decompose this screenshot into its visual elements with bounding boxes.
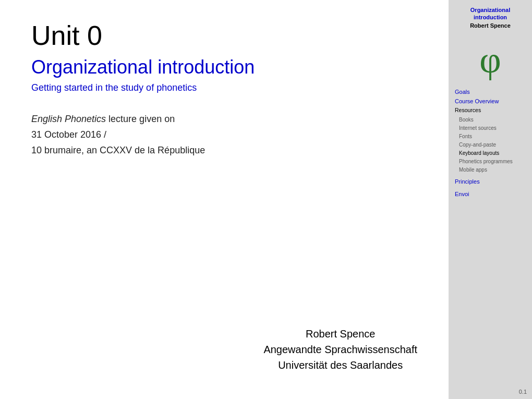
bottom-info: Robert Spence Angewandte Sprachwissensch… [263,326,417,373]
nav-item-envoi[interactable]: Envoi [455,190,526,198]
lecture-line1: English Phonetics lecture given on [31,112,422,127]
nav-item-course-overview[interactable]: Course Overview [455,98,526,105]
nav-sub-item-copy-and-paste[interactable]: Copy-and-paste [459,141,526,148]
nav-item-resources[interactable]: Resources [455,107,526,114]
nav-sub-item-mobile-apps[interactable]: Mobile apps [459,166,526,173]
bottom-uni: Universität des Saarlandes [263,357,417,373]
unit-title: Unit 0 [31,21,422,51]
sidebar-header-title: Organizationalintroduction [455,6,526,21]
nav-sub-item-fonts[interactable]: Fonts [459,133,526,140]
lecture-italic: English Phonetics [31,114,106,124]
nav-item-principles[interactable]: Principles [455,178,526,185]
nav-sub-item-keyboard-layouts[interactable]: Keyboard layouts [459,150,526,156]
sidebar: Organizationalintroduction Robert Spence… [449,0,532,399]
sidebar-header-author: Robert Spence [455,22,526,29]
lecture-info: English Phonetics lecture given on 31 Oc… [31,112,422,158]
lecture-line2: 31 October 2016 / [31,127,422,143]
bottom-dept: Angewandte Sprachwissenschaft [263,342,417,357]
nav-sub-item-books[interactable]: Books [459,116,526,123]
slide-number: 0.1 [519,389,527,395]
nav-sub-item-internet-sources[interactable]: Internet sources [459,125,526,131]
nav-list: Goals Course Overview Resources Books In… [455,88,526,200]
nav-item-goals[interactable]: Goals [455,88,526,95]
lecture-line3: 10 brumaire, an CCXXV de la République [31,143,422,159]
nav-sub-item-phonetics-programmes[interactable]: Phonetics programmes [459,158,526,165]
sidebar-header: Organizationalintroduction Robert Spence [455,6,526,29]
org-intro-title: Organizational introduction [31,56,422,78]
subtitle: Getting started in the study of phonetic… [31,82,422,93]
phi-symbol: φ [455,41,526,79]
lecture-line1-rest: lecture given on [106,114,175,124]
main-content: Unit 0 Organizational introduction Getti… [0,0,449,399]
bottom-name: Robert Spence [263,326,417,342]
